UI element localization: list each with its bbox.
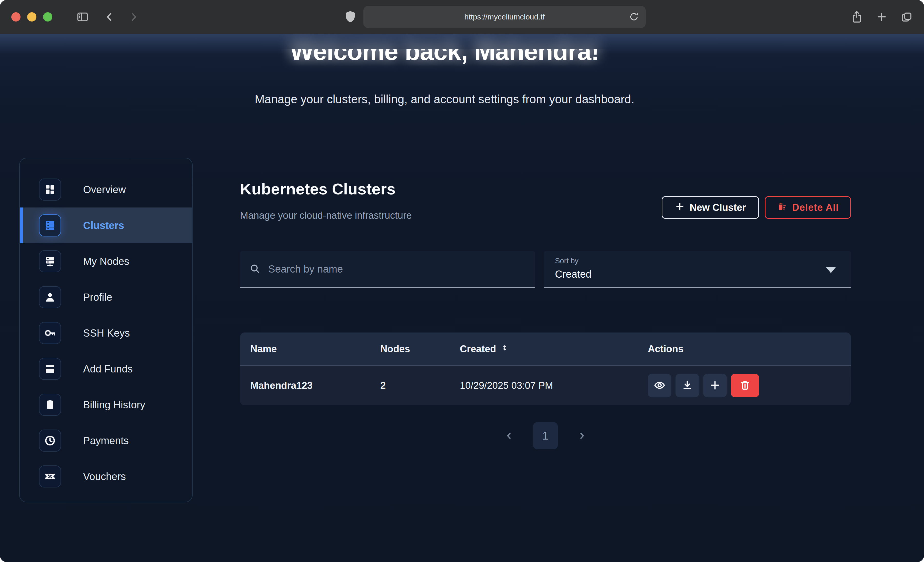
column-header-name: Name — [250, 332, 277, 365]
delete-cluster-button[interactable] — [731, 374, 759, 397]
trash-icon — [739, 380, 751, 392]
row-actions — [648, 374, 759, 397]
sidebar-item-profile[interactable]: Profile — [20, 279, 192, 315]
cell-created-date: 10/29/2025 03:07 PM — [460, 366, 553, 405]
sidebar-item-label: SSH Keys — [83, 327, 130, 339]
pagination: 1 — [240, 422, 851, 449]
sidebar-item-label: Clusters — [83, 220, 124, 231]
sidebar-item-label: Vouchers — [83, 471, 126, 482]
zoom-window-button[interactable] — [43, 12, 52, 21]
sidebar-item-billing-history[interactable]: Billing History — [20, 387, 192, 423]
previous-page-icon[interactable] — [503, 422, 515, 449]
page-content: Welcome back, Mahendra! Welcome back, Ma… — [0, 34, 924, 562]
sidebar-item-overview[interactable]: Overview — [20, 172, 192, 208]
filter-row: Sort by Created — [240, 251, 851, 288]
sidebar-item-add-funds[interactable]: Add Funds — [20, 351, 192, 387]
trash-sweep-icon — [777, 201, 788, 214]
cell-cluster-name: Mahendra123 — [250, 366, 313, 405]
forward-icon[interactable] — [128, 11, 140, 23]
header-actions: New Cluster Delete All — [662, 196, 851, 219]
column-header-actions: Actions — [648, 332, 684, 365]
sidebar-item-my-nodes[interactable]: My Nodes — [20, 243, 192, 279]
search-input[interactable] — [268, 263, 526, 275]
page-title: Welcome back, Mahendra! — [0, 37, 889, 66]
browser-toolbar: https://myceliumcloud.tf — [0, 0, 924, 34]
page-number[interactable]: 1 — [533, 422, 558, 449]
eye-icon — [654, 380, 666, 392]
hero-section: Welcome back, Mahendra! Welcome back, Ma… — [0, 37, 924, 106]
column-header-created[interactable]: Created — [460, 332, 509, 365]
add-node-button[interactable] — [703, 374, 727, 397]
back-icon[interactable] — [104, 11, 116, 23]
delete-all-button[interactable]: Delete All — [765, 196, 851, 219]
sidebar-item-payments[interactable]: Payments — [20, 423, 192, 459]
close-window-button[interactable] — [11, 12, 21, 21]
sort-value: Created — [555, 268, 591, 280]
table-header-row: Name Nodes Created Actions — [240, 332, 851, 366]
download-icon — [681, 380, 693, 392]
sort-select[interactable]: Sort by Created — [544, 251, 851, 288]
new-cluster-button[interactable]: New Cluster — [662, 196, 759, 219]
sidebar-item-clusters[interactable]: Clusters — [20, 208, 192, 243]
key-icon — [39, 322, 61, 344]
sidebar-item-label: My Nodes — [83, 256, 129, 267]
address-bar[interactable]: https://myceliumcloud.tf — [363, 6, 646, 28]
section-title: Kubernetes Clusters — [240, 180, 396, 198]
delete-all-label: Delete All — [792, 202, 839, 213]
clusters-table: Name Nodes Created Actions Mahendra123 2 — [240, 332, 851, 405]
column-header-created-label: Created — [460, 344, 496, 354]
screenshot: https://myceliumcloud.tf Welcome back — [0, 0, 924, 562]
credit-card-icon — [39, 358, 61, 380]
sidebar-item-label: Overview — [83, 184, 126, 196]
minimize-window-button[interactable] — [27, 12, 36, 21]
plus-icon — [709, 380, 721, 392]
url-text: https://myceliumcloud.tf — [464, 13, 545, 21]
sidebar-toggle-icon[interactable] — [76, 10, 89, 24]
next-page-icon[interactable] — [576, 422, 588, 449]
new-cluster-label: New Cluster — [690, 202, 746, 213]
cell-node-count: 2 — [380, 366, 386, 405]
nodes-icon — [39, 250, 61, 272]
sidebar: Overview Clusters My Nodes — [19, 158, 193, 502]
plus-icon — [675, 201, 685, 214]
clock-icon — [39, 430, 61, 451]
window-controls — [11, 12, 52, 21]
sort-arrows-icon — [500, 344, 509, 354]
download-kubeconfig-button[interactable] — [675, 374, 699, 397]
receipt-icon — [39, 394, 61, 416]
sidebar-item-label: Payments — [83, 435, 129, 447]
dashboard-icon — [39, 179, 61, 200]
tab-overview-icon[interactable] — [900, 11, 913, 23]
new-tab-icon[interactable] — [876, 11, 888, 23]
privacy-shield-icon[interactable] — [344, 10, 356, 24]
browser-window: https://myceliumcloud.tf Welcome back — [0, 0, 924, 562]
servers-icon — [39, 214, 61, 236]
sort-label: Sort by — [555, 257, 579, 265]
ticket-icon — [39, 465, 61, 487]
chevron-down-icon — [826, 267, 836, 273]
table-row: Mahendra123 2 10/29/2025 03:07 PM — [240, 366, 851, 405]
column-header-nodes: Nodes — [380, 332, 410, 365]
view-cluster-button[interactable] — [648, 374, 671, 397]
user-icon — [39, 286, 61, 308]
sidebar-item-label: Billing History — [83, 399, 145, 411]
sidebar-item-ssh-keys[interactable]: SSH Keys — [20, 315, 192, 351]
sidebar-item-label: Add Funds — [83, 363, 133, 375]
search-icon — [249, 263, 261, 275]
page-subtitle: Manage your clusters, billing, and accou… — [0, 92, 889, 106]
refresh-icon[interactable] — [629, 12, 639, 22]
share-icon[interactable] — [850, 10, 863, 24]
search-box — [240, 251, 535, 288]
sidebar-item-vouchers[interactable]: Vouchers — [20, 459, 192, 495]
sidebar-item-label: Profile — [83, 291, 112, 303]
section-subtitle: Manage your cloud-native infrastructure — [240, 210, 412, 221]
